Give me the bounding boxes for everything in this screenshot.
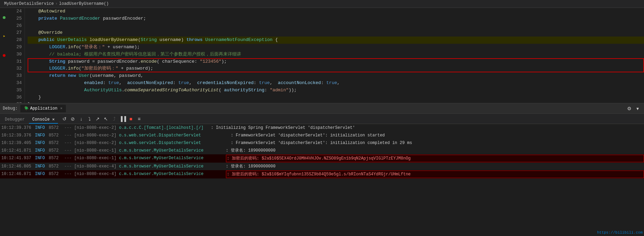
code-line-33: return new User(username, password, (28, 72, 644, 80)
code-line-31: String password = passwordEncoder.encode… (28, 58, 644, 65)
debug-toolbar-buttons: ⚙ ▾ (625, 105, 641, 112)
line-num-37: 37 (10, 101, 22, 103)
debug-subtabs-row: Debugger Console ✕ ↺ ⊘ ↓ ⤵ ↗ ↖ ⤴ ▐▐ ■ ≡ (0, 114, 644, 124)
gutter-38 (0, 97, 8, 103)
gutter-33 (0, 65, 8, 71)
bottom-right-link[interactable]: https://bilibili.com (597, 230, 643, 235)
code-editor: MyUserDetailsService › loadUserByUsernam… (0, 0, 644, 103)
gutter-37 (0, 90, 8, 96)
line-num-36: 36 (10, 94, 22, 101)
line-num-29: 29 (10, 44, 22, 51)
console-line-3: 10:12:39.405 INFO 8572 --- [nio-8080-exe… (0, 139, 644, 147)
code-gutter: ➤ (0, 8, 8, 103)
code-area: ➤ 24 25 26 27 28 29 30 31 32 33 (0, 8, 644, 103)
highlighted-message-1: : 加密后的密码: $2a$10$5EX4OrdJ0MH4VHJOv.NZSO8… (226, 155, 644, 162)
gutter-34 (0, 71, 8, 78)
application-tab-close[interactable]: × (60, 106, 62, 111)
line-num-34: 34 (10, 80, 22, 87)
console-line-7: 10:12:46.871 INFO 8572 --- [nio-8080-exe… (0, 170, 644, 178)
gutter-32 (0, 59, 8, 65)
breadcrumb-method: loadUserByUsername() (59, 1, 109, 6)
code-line-27: @Override (28, 29, 644, 37)
gutter-25 (0, 14, 8, 20)
line-num-27: 27 (10, 29, 22, 37)
debug-panel: Debug: 🪲 Application × ⚙ ▾ Debugger Cons… (0, 103, 644, 236)
breadcrumb-service: MyUserDetailsService (4, 1, 54, 6)
breadcrumb-sep1: › (55, 1, 58, 6)
highlighted-message-2: : 加密后的密码: $2a$10$mYIqfubnn135SZ9b84Q59e5… (226, 171, 644, 178)
bug-icon: 🪲 (24, 106, 29, 111)
code-text-25 (28, 15, 38, 22)
code-line-34: enabled: true, accountNonExpired: true, … (28, 80, 644, 87)
console-line-5: 10:12:41.937 INFO 8572 --- [nio-8080-exe… (0, 154, 644, 163)
more-button[interactable]: ▾ (634, 105, 641, 112)
code-line-37: } (28, 101, 644, 103)
gutter-28: ➤ (0, 33, 8, 40)
gutter-27 (0, 27, 8, 33)
line-num-33: 33 (10, 72, 22, 80)
code-line-26 (28, 22, 644, 30)
svg-point-0 (3, 16, 6, 19)
debug-tabs: Debugger Console ✕ (0, 114, 59, 124)
line-num-25: 25 (10, 15, 22, 22)
line-num-28: 28 (10, 37, 22, 44)
pause-program-button[interactable]: ▐▐ (119, 115, 126, 123)
application-tab-label: Application (30, 106, 57, 111)
svg-point-1 (3, 54, 6, 57)
line-num-26: 26 (10, 22, 22, 30)
run-to-cursor-button[interactable]: ⤴ (110, 115, 118, 123)
stop-button[interactable]: ■ (127, 115, 135, 123)
code-line-29: LOGGER.info("登录名：" + username); (28, 44, 644, 51)
gutter-36 (0, 84, 8, 90)
code-line-28: public UserDetails loadUserByUsername(St… (28, 37, 644, 44)
step-into-button[interactable]: ↗ (94, 115, 101, 123)
scroll-end-button[interactable]: ↓ (77, 115, 85, 123)
console-line-2: 10:12:39.376 INFO 8572 --- [nio-8080-exe… (0, 132, 644, 139)
more-actions-button[interactable]: ≡ (135, 115, 143, 123)
gutter-29 (0, 40, 8, 46)
code-line-25: private PasswordEncoder passwordEncoder; (28, 15, 644, 22)
line-num-30: 30 (10, 51, 22, 58)
line-numbers: 24 25 26 27 28 29 30 31 32 33 34 35 36 3… (8, 8, 25, 103)
gutter-24 (0, 8, 8, 14)
gutter-35 (0, 78, 8, 84)
console-action-buttons: ↺ ⊘ ↓ ⤵ ↗ ↖ ⤴ ▐▐ ■ ≡ (59, 114, 144, 124)
debug-label: Debug: (3, 106, 18, 111)
console-line-1: 10:12:39.376 INFO 8572 --- [nio-8080-exe… (0, 124, 644, 132)
line-num-32: 32 (10, 65, 22, 72)
clear-button[interactable]: ⊘ (69, 115, 77, 123)
console-tab[interactable]: Console ✕ (29, 116, 58, 124)
annotation-autowired: @Autowired (28, 8, 65, 15)
line-num-35: 35 (10, 87, 22, 94)
console-line-6: 10:12:46.805 INFO 8572 --- [nio-8080-exe… (0, 163, 644, 170)
application-tab[interactable]: 🪲 Application × (20, 105, 66, 112)
debug-toolbar: Debug: 🪲 Application × ⚙ ▾ (0, 103, 644, 114)
gutter-31 (0, 52, 8, 59)
debugger-tab[interactable]: Debugger (1, 116, 28, 124)
line-num-24: 24 (10, 8, 22, 15)
console-line-4: 10:12:41.871 INFO 8572 --- [nio-8080-exe… (0, 147, 644, 154)
console-output[interactable]: 10:12:39.376 INFO 8572 --- [nio-8080-exe… (0, 124, 644, 236)
step-over-button[interactable]: ⤵ (86, 115, 93, 123)
code-line-30: // balabala; 根据用户名查找用户密码等信息返回，第三个参数是用户授权… (28, 51, 644, 58)
breadcrumb: MyUserDetailsService › loadUserByUsernam… (0, 0, 644, 8)
step-out-button[interactable]: ↖ (102, 115, 110, 123)
gutter-30 (0, 46, 8, 52)
code-line-32: LOGGER.info("加密后的密码：" + password); (28, 65, 644, 72)
settings-button[interactable]: ⚙ (625, 105, 633, 112)
line-num-31: 31 (10, 58, 22, 65)
code-line-36: } (28, 94, 644, 101)
gutter-26 (0, 21, 8, 27)
code-line-35: AuthorityUtils.commaSeparatedStringToAut… (28, 87, 644, 94)
red-box-container: String password = passwordEncoder.encode… (28, 58, 644, 73)
rerun-button[interactable]: ↺ (61, 115, 68, 123)
code-content[interactable]: @Autowired private PasswordEncoder passw… (25, 8, 644, 103)
code-line-24: @Autowired (28, 8, 644, 15)
